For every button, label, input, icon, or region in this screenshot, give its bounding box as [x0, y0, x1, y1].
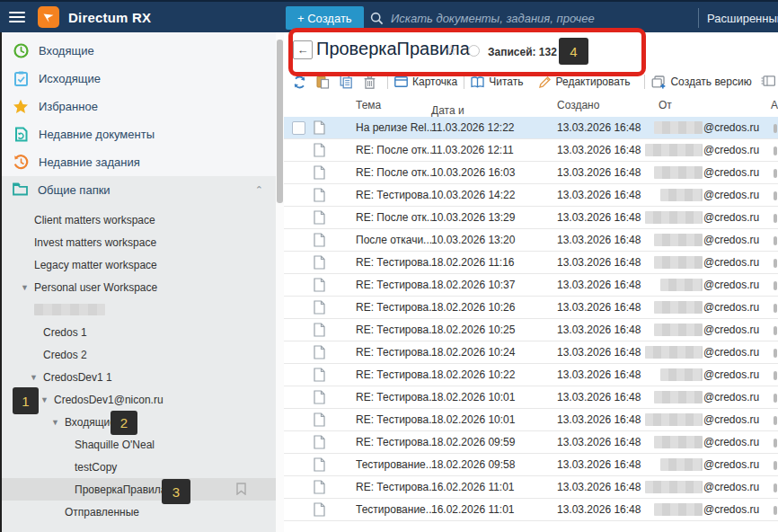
- cell-from-domain: @credos.ru: [703, 144, 759, 156]
- window-left-edge: [0, 32, 2, 532]
- edit-button-label: Редактировать: [556, 75, 631, 88]
- cell-date: 10.03.2026 13:20: [431, 234, 515, 246]
- tree-item[interactable]: ▼ CredosDev1@nicon.ru: [2, 388, 276, 411]
- tree-item[interactable]: ▼ Отправленные: [2, 501, 276, 523]
- hamburger-menu-icon[interactable]: [9, 12, 25, 22]
- tree-item[interactable]: ▼: [2, 298, 276, 321]
- tree-item[interactable]: ▼ ПроверкаПравила: [2, 478, 276, 501]
- search-placeholder: Искать документы, задания, прочее: [391, 12, 595, 25]
- delete-button[interactable]: [358, 75, 381, 89]
- table-row[interactable]: RE: Тестирова... 18.02.2026 10:37 13.03.…: [284, 274, 778, 297]
- tree-item[interactable]: ▼ Входящие: [2, 411, 276, 433]
- document-icon: [314, 210, 325, 227]
- table-row[interactable]: RE: Тестирова... 16.02.2026 11:01 13.03.…: [284, 476, 778, 499]
- sidebar-item-shared-folders[interactable]: Общие папки ⌃: [2, 176, 276, 204]
- table-row[interactable]: Тестирование... 16.02.2026 11:01 13.03.2…: [284, 499, 778, 521]
- table-row[interactable]: RE: Тестирова... 18.02.2026 09:59 13.03.…: [284, 431, 778, 454]
- tree-item[interactable]: ▼ Client matters workspace: [2, 208, 276, 231]
- column-header-created[interactable]: Создано: [557, 99, 599, 111]
- create-version-button[interactable]: Создать версию: [651, 75, 751, 89]
- chevron-down-icon[interactable]: ▼: [51, 418, 65, 427]
- column-header-clipped[interactable]: А: [771, 99, 778, 111]
- cell-from-domain: @credos.ru: [703, 324, 759, 336]
- table-row[interactable]: RE: Тестирова... 18.02.2026 10:24 13.03.…: [284, 341, 778, 364]
- sender-name-blur: [654, 234, 703, 246]
- card-button[interactable]: Карточка: [394, 75, 457, 88]
- back-button[interactable]: ←: [293, 40, 313, 59]
- bookmark-icon[interactable]: [236, 483, 246, 498]
- properties-button[interactable]: [761, 75, 775, 89]
- cell-created: 13.03.2026 16:48: [557, 346, 641, 359]
- table-row[interactable]: RE: Тестирова... 18.02.2026 11:16 13.03.…: [284, 252, 778, 274]
- document-icon: [314, 323, 325, 340]
- table-row[interactable]: RE: После отк... 11.03.2026 12:11 13.03.…: [284, 139, 778, 162]
- table-row[interactable]: RE: Тестирова... 18.02.2026 10:25 13.03.…: [284, 319, 778, 341]
- table-row[interactable]: RE: Тестирова... 18.02.2026 10:01 13.03.…: [284, 386, 778, 409]
- advanced-search-link[interactable]: Расширенный п: [698, 8, 778, 28]
- chevron-up-icon[interactable]: ⌃: [255, 184, 263, 196]
- tree-item[interactable]: ▼ testCopy: [2, 456, 276, 478]
- create-button[interactable]: + Создать: [286, 6, 364, 30]
- sidebar-item-inbox[interactable]: Входящие: [2, 37, 283, 65]
- table-row[interactable]: RE: После отк... 10.03.2026 13:29 13.03.…: [284, 207, 778, 229]
- document-icon: [314, 300, 325, 317]
- sidebar-item-outbox[interactable]: Исходящие: [2, 65, 283, 93]
- sidebar-scrollbar[interactable]: [276, 32, 284, 532]
- cell-created: 13.03.2026 16:48: [557, 166, 641, 179]
- tree-item[interactable]: ▼ Legacy matter workspace: [2, 253, 276, 276]
- chevron-down-icon[interactable]: ▼: [40, 395, 54, 404]
- table-row[interactable]: RE: Тестирова... 10.03.2026 14:22 13.03.…: [284, 184, 778, 207]
- tree-item[interactable]: ▼ CredosDev1 1: [2, 366, 276, 388]
- cell-date: 18.02.2026 10:25: [431, 324, 515, 336]
- clipped-cell-fragment: [774, 349, 777, 358]
- recent-tasks-icon: [13, 155, 29, 171]
- clipped-cell-fragment: [774, 191, 777, 200]
- column-header-from[interactable]: От: [659, 99, 672, 111]
- chevron-down-icon[interactable]: ▼: [21, 283, 34, 292]
- cell-date: 18.02.2026 11:16: [431, 256, 515, 269]
- cell-date: 10.03.2026 14:22: [431, 189, 515, 201]
- search-input[interactable]: Искать документы, задания, прочее: [370, 2, 595, 34]
- table-row[interactable]: Тестирование... 18.02.2026 09:58 13.03.2…: [284, 454, 778, 476]
- sidebar-item-recent-documents[interactable]: Недавние документы: [2, 120, 283, 148]
- paste-button[interactable]: [311, 75, 334, 89]
- table-row[interactable]: RE: Тестирова... 18.02.2026 10:26 13.03.…: [284, 297, 778, 319]
- refresh-button[interactable]: [287, 75, 311, 89]
- status-circle-icon[interactable]: [468, 45, 480, 57]
- chevron-down-icon[interactable]: ▼: [30, 373, 43, 382]
- table-row[interactable]: RE: Тестирова... 18.02.2026 10:01 13.03.…: [284, 409, 778, 431]
- copy-button[interactable]: [334, 75, 358, 89]
- table-row[interactable]: RE: Тестирова... 18.02.2026 10:22 13.03.…: [284, 364, 778, 386]
- row-checkbox[interactable]: [292, 121, 305, 135]
- cell-created: 13.03.2026 16:48: [557, 458, 641, 471]
- tree-item[interactable]: ▼ Invest matters workspace: [2, 231, 276, 253]
- search-icon: [370, 12, 384, 25]
- clipped-cell-fragment: [774, 236, 777, 245]
- read-button[interactable]: Читать: [471, 75, 523, 88]
- sidebar-item-favorites[interactable]: Избранное: [2, 93, 283, 120]
- sender-name-blur: [654, 301, 703, 314]
- tree-item[interactable]: ▼ Shaquille O'Neal: [2, 433, 276, 456]
- tree-item[interactable]: ▼ Credos 2: [2, 343, 276, 366]
- sidebar-scrollbar-thumb[interactable]: [277, 40, 283, 203]
- tree-item[interactable]: ▼ Personal user Workspace: [2, 276, 276, 298]
- table-row[interactable]: На релизе Rel... 11.03.2026 12:22 13.03.…: [284, 117, 778, 139]
- tree-item[interactable]: ▼ Credos 1: [2, 321, 276, 343]
- favorite-star-icon[interactable]: ☆: [445, 41, 457, 58]
- cell-from-domain: @credos.ru: [703, 166, 759, 179]
- table-row[interactable]: RE: После отк... 10.03.2026 16:03 13.03.…: [284, 162, 778, 184]
- toolbar-divider: [644, 75, 645, 89]
- document-icon: [314, 120, 325, 137]
- sidebar-item-recent-tasks[interactable]: Недавние задания: [2, 148, 283, 176]
- cell-date: 18.02.2026 10:37: [431, 279, 515, 291]
- tree-item-label: Personal user Workspace: [34, 281, 157, 294]
- clipped-cell-fragment: [774, 124, 777, 133]
- clipped-cell-fragment: [774, 394, 777, 403]
- table-row[interactable]: После откачи... 10.03.2026 13:20 13.03.2…: [284, 229, 778, 252]
- tree-item-label: Client matters workspace: [34, 214, 155, 226]
- cell-from-domain: @credos.ru: [703, 346, 759, 359]
- edit-button[interactable]: Редактировать: [538, 75, 631, 89]
- cell-created: 13.03.2026 16:48: [557, 368, 641, 381]
- column-header-subject[interactable]: Тема: [356, 99, 381, 111]
- cell-from-domain: @credos.ru: [703, 279, 759, 291]
